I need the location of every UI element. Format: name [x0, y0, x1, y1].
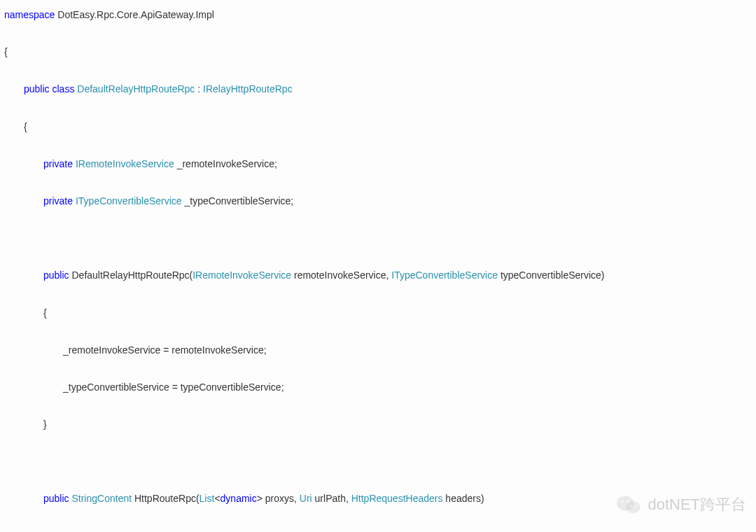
method-name: HttpRouteRpc(: [132, 493, 199, 504]
interface-name: IRelayHttpRouteRpc: [203, 83, 293, 94]
keyword-private: private: [43, 158, 73, 169]
type-name: IRemoteInvokeService: [192, 270, 291, 281]
param: remoteInvokeService,: [291, 270, 391, 281]
namespace-name: DotEasy.Rpc.Core.ApiGateway.Impl: [57, 9, 214, 20]
keyword-dynamic: dynamic: [220, 493, 257, 504]
type-name: ITypeConvertibleService: [76, 195, 182, 206]
brace-open: {: [4, 46, 8, 57]
params: headers): [442, 493, 484, 504]
param: typeConvertibleService): [498, 270, 605, 281]
class-name: DefaultRelayHttpRouteRpc: [77, 83, 195, 94]
type-name: Uri: [300, 493, 312, 504]
brace-open: {: [24, 121, 27, 132]
stmt: _typeConvertibleService = typeConvertibl…: [63, 382, 284, 393]
keyword-namespace: namespace: [4, 9, 55, 20]
ctor-name: DefaultRelayHttpRouteRpc(: [71, 270, 192, 281]
brace-close: }: [43, 419, 47, 430]
params: proxys,: [262, 493, 300, 504]
type-name: StringContent: [71, 493, 132, 504]
type-name: HttpRequestHeaders: [351, 493, 443, 504]
keyword-public: public: [24, 83, 50, 94]
stmt: _remoteInvokeService = remoteInvokeServi…: [63, 344, 267, 356]
angle-open: <: [214, 493, 220, 504]
keyword-public: public: [43, 270, 69, 281]
angle-close: >: [257, 493, 262, 504]
keyword-private: private: [43, 195, 73, 206]
type-name: IRemoteInvokeService: [76, 158, 174, 169]
field-name: _remoteInvokeService;: [177, 158, 277, 169]
type-name: List: [200, 493, 215, 504]
params: urlPath,: [312, 493, 351, 504]
colon: :: [195, 83, 203, 94]
type-name: ITypeConvertibleService: [391, 270, 498, 281]
keyword-public: public: [43, 493, 69, 504]
code-block: namespace DotEasy.Rpc.Core.ApiGateway.Im…: [4, 6, 756, 532]
brace-open: {: [43, 307, 47, 318]
keyword-class: class: [52, 83, 74, 94]
field-name: _typeConvertibleService;: [185, 195, 294, 206]
